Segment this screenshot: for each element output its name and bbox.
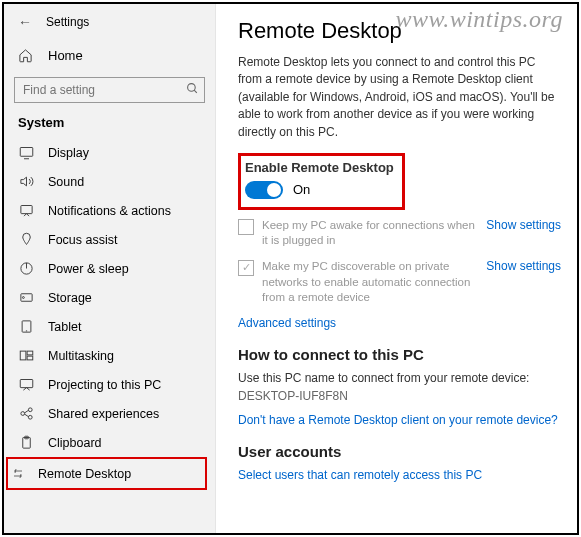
howto-text: Use this PC name to connect from your re… [238,371,561,385]
nav-label: Remote Desktop [38,467,131,481]
svg-line-1 [194,90,197,93]
sidebar-item-home[interactable]: Home [12,42,207,71]
focus-icon [18,232,34,247]
remote-icon [8,466,24,481]
header: ← Settings [12,14,207,30]
checkbox-keep-awake[interactable] [238,219,254,235]
option-discoverable: ✓ Make my PC discoverable on private net… [238,259,561,306]
sidebar-item-multitasking[interactable]: Multitasking [12,341,207,370]
svg-rect-13 [27,356,33,360]
sidebar-item-display[interactable]: Display [12,138,207,167]
page-description: Remote Desktop lets you connect to and c… [238,54,561,141]
nav-label: Tablet [48,320,81,334]
show-settings-link-1[interactable]: Show settings [486,218,561,232]
svg-rect-4 [20,206,31,214]
power-icon [18,261,34,276]
nav-label: Sound [48,175,84,189]
sidebar-item-sound[interactable]: Sound [12,167,207,196]
projecting-icon [18,377,34,392]
settings-title: Settings [46,15,89,29]
svg-point-16 [28,408,32,412]
no-client-link[interactable]: Don't have a Remote Desktop client on yo… [238,413,561,427]
nav-label: Storage [48,291,92,305]
sidebar-item-storage[interactable]: Storage [12,283,207,312]
nav-label: Shared experiences [48,407,159,421]
svg-point-0 [188,84,196,92]
svg-line-19 [24,414,28,417]
advanced-settings-link[interactable]: Advanced settings [238,316,561,330]
sound-icon [18,174,34,189]
tablet-icon [18,319,34,334]
howto-title: How to connect to this PC [238,346,561,363]
svg-point-17 [28,415,32,419]
show-settings-link-2[interactable]: Show settings [486,259,561,273]
nav-label: Focus assist [48,233,117,247]
page-title: Remote Desktop [238,18,561,44]
enable-toggle[interactable] [245,181,283,199]
option-keep-awake: Keep my PC awake for connections when it… [238,218,561,249]
checkbox-discoverable[interactable]: ✓ [238,260,254,276]
nav-label: Display [48,146,89,160]
home-icon [18,48,34,63]
notifications-icon [18,203,34,218]
home-label: Home [48,48,83,63]
svg-line-25 [20,474,21,478]
shared-icon [18,406,34,421]
svg-rect-11 [20,351,26,360]
svg-rect-2 [20,148,33,157]
svg-point-8 [22,297,24,299]
opt-text: Keep my PC awake for connections when it… [262,218,478,249]
opt-text: Make my PC discoverable on private netwo… [262,259,478,306]
sidebar-item-notifications[interactable]: Notifications & actions [12,196,207,225]
enable-title: Enable Remote Desktop [245,160,394,175]
nav-label: Power & sleep [48,262,129,276]
sidebar-item-power[interactable]: Power & sleep [12,254,207,283]
sidebar: ← Settings Home System Display Sound Not… [4,4,216,533]
svg-rect-12 [27,351,33,355]
clipboard-icon [18,435,34,450]
sidebar-item-tablet[interactable]: Tablet [12,312,207,341]
sidebar-item-focus[interactable]: Focus assist [12,225,207,254]
select-users-link[interactable]: Select users that can remotely access th… [238,468,561,482]
nav-label: Projecting to this PC [48,378,161,392]
nav-label: Multitasking [48,349,114,363]
sidebar-item-shared[interactable]: Shared experiences [12,399,207,428]
back-button[interactable]: ← [18,14,32,30]
sidebar-item-remote-desktop[interactable]: Remote Desktop [6,457,207,490]
svg-line-18 [24,410,28,413]
nav-label: Notifications & actions [48,204,171,218]
user-accounts-title: User accounts [238,443,561,460]
sidebar-item-projecting[interactable]: Projecting to this PC [12,370,207,399]
search-box[interactable] [14,77,205,103]
section-title: System [12,113,207,138]
multitasking-icon [18,348,34,363]
content-area: Remote Desktop Remote Desktop lets you c… [216,4,577,533]
toggle-state-label: On [293,182,310,197]
storage-icon [18,290,34,305]
enable-remote-desktop-section: Enable Remote Desktop On [238,153,405,210]
sidebar-item-clipboard[interactable]: Clipboard [12,428,207,457]
svg-line-24 [15,469,16,473]
svg-rect-14 [20,380,33,388]
search-icon [186,82,199,95]
display-icon [18,145,34,160]
nav-list: Display Sound Notifications & actions Fo… [12,138,207,490]
pc-name: DESKTOP-IUF8F8N [238,389,561,403]
search-input[interactable] [14,77,205,103]
nav-label: Clipboard [48,436,102,450]
svg-point-15 [20,412,24,416]
